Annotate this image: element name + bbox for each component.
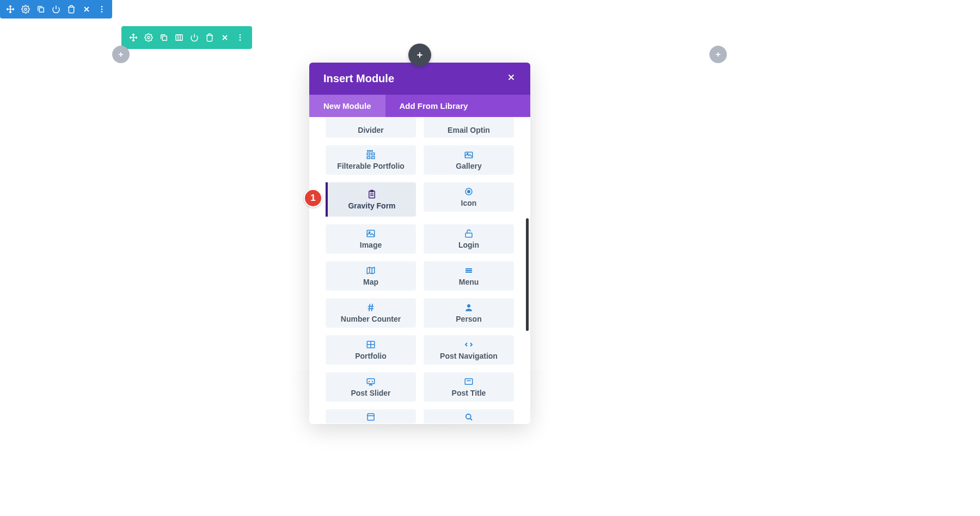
- svg-point-2: [101, 6, 103, 8]
- module-label: Post Title: [452, 389, 486, 397]
- search-icon: [464, 412, 474, 422]
- svg-rect-12: [372, 153, 375, 155]
- tab-add-from-library[interactable]: Add From Library: [385, 95, 530, 117]
- svg-rect-14: [372, 157, 375, 159]
- module-post-slider[interactable]: Post Slider: [326, 372, 416, 402]
- nav-arrows-icon: [464, 340, 474, 349]
- module-next-right[interactable]: [424, 409, 514, 423]
- svg-point-8: [240, 34, 241, 36]
- grid-filter-icon: [366, 150, 376, 159]
- columns-icon[interactable]: [171, 32, 187, 44]
- module-menu[interactable]: Menu: [424, 261, 514, 291]
- power-icon[interactable]: [48, 3, 64, 15]
- module-filterable-portfolio[interactable]: Filterable Portfolio: [326, 145, 416, 175]
- modal-header: Insert Module: [309, 63, 530, 95]
- menu-icon: [464, 266, 474, 275]
- svg-point-34: [466, 414, 471, 419]
- close-icon[interactable]: [217, 32, 232, 44]
- module-next-left[interactable]: [326, 409, 416, 423]
- svg-point-25: [369, 232, 370, 233]
- power-icon[interactable]: [187, 32, 202, 44]
- add-module-left-button[interactable]: [112, 46, 130, 63]
- modal-title: Insert Module: [323, 72, 394, 85]
- close-icon[interactable]: [79, 3, 94, 15]
- gear-icon[interactable]: [18, 3, 33, 15]
- svg-rect-32: [465, 379, 473, 385]
- unlock-icon: [464, 229, 474, 238]
- svg-point-31: [371, 384, 372, 385]
- svg-point-5: [148, 36, 150, 39]
- trash-icon[interactable]: [64, 3, 79, 15]
- svg-point-19: [467, 153, 468, 154]
- module-divider[interactable]: Divider: [326, 117, 416, 138]
- module-label: Login: [458, 241, 479, 249]
- svg-point-16: [370, 150, 371, 151]
- module-label: Icon: [461, 199, 477, 207]
- svg-rect-1: [39, 8, 44, 12]
- module-label: Post Slider: [351, 389, 390, 397]
- row-toolbar: [121, 26, 252, 49]
- svg-point-23: [468, 191, 470, 193]
- add-module-floating-button[interactable]: [408, 44, 431, 66]
- module-map[interactable]: Map: [326, 261, 416, 291]
- person-icon: [464, 303, 474, 312]
- slider-icon: [366, 377, 376, 386]
- svg-point-9: [240, 37, 241, 39]
- module-label: Map: [363, 278, 378, 286]
- module-image[interactable]: Image: [326, 224, 416, 254]
- modal-tabs: New Module Add From Library: [309, 95, 530, 117]
- move-icon[interactable]: [126, 32, 141, 44]
- module-icon[interactable]: Icon: [424, 182, 514, 212]
- module-post-navigation[interactable]: Post Navigation: [424, 335, 514, 365]
- tab-new-module[interactable]: New Module: [309, 95, 385, 117]
- module-gravity-form[interactable]: Gravity Form: [326, 182, 416, 217]
- duplicate-icon[interactable]: [33, 3, 48, 15]
- module-email-optin[interactable]: Email Optin: [424, 117, 514, 138]
- svg-rect-13: [367, 157, 370, 159]
- module-person[interactable]: Person: [424, 298, 514, 328]
- svg-rect-7: [176, 35, 182, 41]
- module-label: Portfolio: [355, 352, 387, 360]
- insert-module-modal: Insert Module New Module Add From Librar…: [309, 63, 530, 424]
- module-label: Divider: [358, 126, 383, 134]
- more-icon[interactable]: [94, 3, 109, 15]
- svg-point-27: [467, 304, 470, 308]
- trash-icon[interactable]: [202, 32, 217, 44]
- image-icon: [366, 229, 376, 238]
- scrollbar-thumb[interactable]: [526, 218, 529, 331]
- duplicate-icon[interactable]: [156, 32, 171, 44]
- module-number-counter[interactable]: Number Counter: [326, 298, 416, 328]
- close-icon[interactable]: [506, 72, 516, 85]
- grid-icon: [366, 340, 376, 349]
- module-label: Menu: [459, 278, 479, 286]
- svg-rect-26: [465, 233, 472, 237]
- module-login[interactable]: Login: [424, 224, 514, 254]
- image-stack-icon: [464, 150, 474, 159]
- module-label: Gravity Form: [348, 201, 395, 210]
- target-icon: [464, 187, 474, 196]
- svg-point-17: [371, 150, 372, 151]
- module-gallery[interactable]: Gallery: [424, 145, 514, 175]
- svg-point-0: [24, 8, 27, 10]
- module-label: Email Optin: [448, 126, 490, 134]
- module-grid: Divider Email Optin Filterable Portfolio…: [326, 117, 514, 423]
- section-toolbar: [0, 0, 112, 19]
- module-label: Number Counter: [341, 315, 401, 323]
- module-label: Person: [456, 315, 481, 323]
- gear-icon[interactable]: [141, 32, 156, 44]
- add-module-right-button[interactable]: [709, 46, 727, 63]
- modal-body: Divider Email Optin Filterable Portfolio…: [309, 117, 530, 424]
- svg-rect-11: [367, 153, 370, 155]
- module-label: Gallery: [456, 162, 481, 170]
- svg-point-3: [101, 9, 103, 10]
- svg-point-10: [240, 39, 241, 41]
- map-icon: [366, 266, 376, 275]
- svg-rect-33: [367, 416, 374, 420]
- svg-rect-6: [162, 36, 167, 40]
- svg-point-15: [367, 150, 369, 151]
- module-post-title[interactable]: Post Title: [424, 372, 514, 402]
- module-portfolio[interactable]: Portfolio: [326, 335, 416, 365]
- module-label: Filterable Portfolio: [337, 162, 405, 170]
- move-icon[interactable]: [3, 3, 18, 15]
- more-icon[interactable]: [232, 32, 248, 44]
